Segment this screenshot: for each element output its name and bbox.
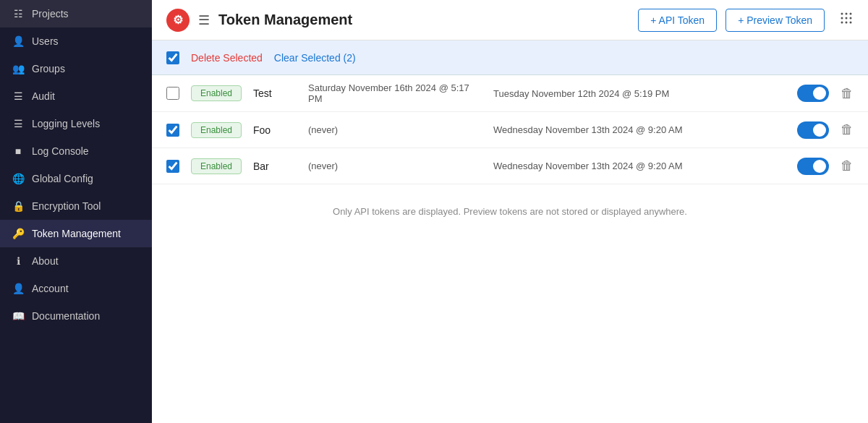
token-checkbox-2[interactable] (166, 124, 179, 137)
sidebar-label-documentation: Documentation (32, 310, 100, 322)
svg-point-4 (846, 17, 848, 20)
svg-point-1 (846, 13, 848, 15)
about-icon: ℹ (12, 255, 25, 268)
sidebar-label-users: Users (32, 35, 59, 47)
logging-levels-icon: ☰ (12, 117, 25, 130)
token-created-1: Tuesday November 12th 2024 @ 5:19 PM (493, 88, 786, 99)
sidebar-label-projects: Projects (32, 8, 69, 20)
token-table: Delete Selected Clear Selected (2) ➜ Ena… (152, 40, 868, 423)
clear-selected-button[interactable]: Clear Selected (2) (274, 52, 356, 64)
sidebar-item-encryption-tool[interactable]: 🔒 Encryption Tool (0, 192, 152, 220)
svg-point-0 (841, 13, 843, 15)
status-badge-1: Enabled (191, 85, 242, 101)
toggle-slider-1 (797, 85, 829, 102)
token-name-1: Test (253, 87, 297, 99)
app-logo: ⚙ (166, 9, 190, 32)
table-row: Enabled Bar (never) Wednesday November 1… (152, 148, 868, 184)
account-icon: 👤 (12, 282, 25, 295)
log-console-icon: ■ (12, 145, 25, 158)
page-title: Token Management (218, 12, 629, 28)
documentation-icon: 📖 (12, 309, 25, 322)
sidebar-item-groups[interactable]: 👥 Groups (0, 55, 152, 82)
sidebar: ☷ Projects 👤 Users 👥 Groups ☰ Audit ☰ Lo… (0, 0, 152, 423)
svg-point-3 (841, 17, 843, 20)
token-delete-2[interactable]: 🗑 (841, 122, 854, 137)
audit-icon: ☰ (12, 90, 25, 103)
token-management-icon: 🔑 (12, 227, 25, 240)
action-bar: Delete Selected Clear Selected (2) ➜ (152, 40, 868, 75)
table-row: Enabled Test Saturday November 16th 2024… (152, 75, 868, 112)
sidebar-item-global-config[interactable]: 🌐 Global Config (0, 165, 152, 192)
status-badge-2: Enabled (191, 122, 242, 138)
svg-point-2 (850, 13, 852, 15)
sidebar-item-token-management[interactable]: 🔑 Token Management (0, 220, 152, 247)
token-toggle-3[interactable] (797, 158, 829, 175)
token-delete-1[interactable]: 🗑 (841, 86, 854, 101)
delete-selected-button[interactable]: Delete Selected (191, 52, 263, 64)
groups-icon: 👥 (12, 62, 25, 75)
sidebar-label-encryption-tool: Encryption Tool (32, 200, 101, 212)
status-badge-3: Enabled (191, 158, 242, 174)
sidebar-label-audit: Audit (32, 90, 55, 102)
svg-point-8 (850, 22, 852, 24)
token-last-used-1: Saturday November 16th 2024 @ 5:17 PM (308, 82, 482, 104)
main-content: ⚙ ☰ Token Management + API Token + Previ… (152, 0, 868, 423)
menu-icon[interactable]: ☰ (198, 12, 210, 28)
info-message: Only API tokens are displayed. Preview t… (152, 184, 868, 239)
token-created-2: Wednesday November 13th 2024 @ 9:20 AM (493, 124, 786, 135)
token-created-3: Wednesday November 13th 2024 @ 9:20 AM (493, 161, 786, 171)
sidebar-label-logging-levels: Logging Levels (32, 118, 100, 129)
projects-icon: ☷ (12, 7, 25, 20)
global-config-icon: 🌐 (12, 172, 25, 185)
sidebar-item-logging-levels[interactable]: ☰ Logging Levels (0, 110, 152, 137)
api-token-button[interactable]: + API Token (638, 9, 717, 32)
sidebar-item-log-console[interactable]: ■ Log Console (0, 137, 152, 165)
header: ⚙ ☰ Token Management + API Token + Previ… (152, 0, 868, 40)
preview-token-button[interactable]: + Preview Token (726, 9, 825, 32)
sidebar-item-users[interactable]: 👤 Users (0, 27, 152, 55)
token-delete-3[interactable]: 🗑 (841, 158, 854, 174)
svg-point-5 (850, 17, 852, 20)
sidebar-item-about[interactable]: ℹ About (0, 247, 152, 275)
token-checkbox-3[interactable] (166, 160, 179, 173)
encryption-tool-icon: 🔒 (12, 200, 25, 213)
token-rows: Enabled Test Saturday November 16th 2024… (152, 75, 868, 184)
sidebar-label-token-management: Token Management (32, 228, 121, 239)
sidebar-item-audit[interactable]: ☰ Audit (0, 82, 152, 110)
sidebar-label-groups: Groups (32, 63, 65, 74)
sidebar-label-log-console: Log Console (32, 145, 89, 157)
users-icon: 👤 (12, 35, 25, 48)
token-name-2: Foo (253, 124, 297, 136)
svg-point-7 (846, 22, 848, 24)
token-toggle-1[interactable] (797, 85, 829, 102)
token-last-used-2: (never) (308, 124, 482, 135)
sidebar-label-global-config: Global Config (32, 173, 93, 184)
toggle-slider-3 (797, 158, 829, 175)
sidebar-label-about: About (32, 255, 59, 267)
select-all-checkbox[interactable] (166, 51, 179, 64)
sidebar-item-account[interactable]: 👤 Account (0, 275, 152, 302)
token-checkbox-1[interactable] (166, 87, 179, 100)
sidebar-label-account: Account (32, 283, 69, 294)
token-name-3: Bar (253, 161, 297, 172)
svg-point-6 (841, 22, 843, 24)
apps-icon[interactable] (839, 11, 854, 25)
sidebar-item-documentation[interactable]: 📖 Documentation (0, 302, 152, 330)
grid-icon[interactable] (839, 11, 854, 29)
sidebar-item-projects[interactable]: ☷ Projects (0, 0, 152, 27)
token-last-used-3: (never) (308, 161, 482, 171)
table-row: Enabled Foo (never) Wednesday November 1… (152, 112, 868, 148)
token-toggle-2[interactable] (797, 121, 829, 139)
toggle-slider-2 (797, 121, 829, 139)
